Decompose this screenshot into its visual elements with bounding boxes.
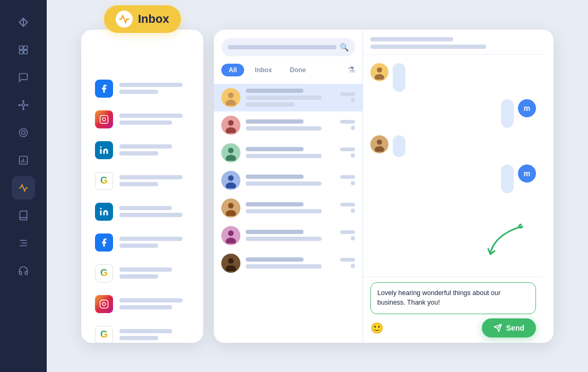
svg-point-46 xyxy=(377,67,382,72)
svg-point-16 xyxy=(20,129,28,137)
channel-lines xyxy=(119,144,189,155)
channel-lines xyxy=(119,175,189,186)
svg-point-43 xyxy=(226,237,236,243)
svg-rect-28 xyxy=(100,210,102,215)
sidebar-item-reports[interactable] xyxy=(12,149,35,172)
linkedin-logo xyxy=(95,141,113,159)
chat-input-text[interactable]: Lovely hearing wonderful things about ou… xyxy=(377,288,529,308)
channel-item-google-2[interactable]: G xyxy=(90,260,195,287)
content-area: Inbox xyxy=(47,0,588,372)
sidebar-item-inbox[interactable] xyxy=(12,176,35,200)
svg-rect-26 xyxy=(100,149,102,153)
svg-rect-3 xyxy=(24,46,28,50)
conversation-item-5[interactable] xyxy=(214,194,362,222)
msg-bubble-2 xyxy=(501,99,514,128)
conversation-item-1[interactable] xyxy=(214,84,362,111)
svg-point-32 xyxy=(228,92,234,98)
conv-info-5 xyxy=(246,202,335,213)
tab-inbox[interactable]: Inbox xyxy=(247,64,279,76)
conv-meta-5 xyxy=(340,203,355,213)
conv-meta-6 xyxy=(340,230,355,240)
channel-lines xyxy=(119,298,189,309)
channel-item-linkedin-2[interactable] xyxy=(90,198,195,225)
svg-rect-4 xyxy=(20,50,23,54)
instagram-logo xyxy=(95,110,113,128)
search-bar[interactable]: 🔍 xyxy=(221,38,355,56)
sidebar-item-support[interactable] xyxy=(12,259,35,282)
svg-rect-30 xyxy=(100,300,108,308)
conv-avatar-2 xyxy=(221,116,240,135)
svg-point-33 xyxy=(226,99,236,105)
chat-input-box[interactable]: Lovely hearing wonderful things about ou… xyxy=(370,282,536,314)
conversation-item-4[interactable] xyxy=(214,167,362,194)
svg-point-45 xyxy=(226,265,236,271)
svg-point-42 xyxy=(228,230,234,236)
filter-icon[interactable]: ⚗ xyxy=(348,65,355,75)
svg-point-44 xyxy=(228,258,234,264)
conv-meta-3 xyxy=(340,148,355,158)
channel-item-facebook-1[interactable] xyxy=(90,75,195,102)
tab-done[interactable]: Done xyxy=(282,64,313,76)
svg-point-29 xyxy=(100,207,102,209)
conv-avatar-6 xyxy=(221,226,240,245)
svg-point-49 xyxy=(375,146,384,152)
channel-item-facebook-2[interactable] xyxy=(90,229,195,256)
sidebar-item-settings[interactable] xyxy=(12,231,35,255)
conv-avatar-7 xyxy=(221,254,240,273)
sidebar-item-navigate[interactable] xyxy=(12,11,35,34)
conversation-item-3[interactable] xyxy=(214,139,362,167)
conv-meta-1 xyxy=(340,92,355,102)
channel-lines xyxy=(119,329,189,340)
conversation-item-2[interactable] xyxy=(214,111,362,139)
channel-lines xyxy=(119,267,189,279)
conv-avatar-3 xyxy=(221,143,240,162)
google-logo: G xyxy=(95,172,113,190)
chat-input-footer: 🙂 Send xyxy=(370,318,536,338)
channel-item-instagram-1[interactable] xyxy=(90,106,195,133)
conv-meta-2 xyxy=(340,120,355,130)
send-button[interactable]: Send xyxy=(482,318,536,338)
conv-info-4 xyxy=(246,175,335,186)
svg-point-27 xyxy=(100,146,102,148)
emoji-picker-button[interactable]: 🙂 xyxy=(370,322,384,334)
facebook-logo xyxy=(95,80,113,98)
svg-rect-2 xyxy=(20,46,23,50)
tab-all[interactable]: All xyxy=(221,64,244,76)
app-container: Inbox xyxy=(0,0,588,372)
chat-panel: m xyxy=(363,30,543,343)
msg-avatar-agent: m xyxy=(518,99,536,117)
svg-rect-24 xyxy=(100,115,108,123)
svg-rect-5 xyxy=(24,50,28,54)
inbox-title: Inbox xyxy=(138,12,169,26)
google-logo-2: G xyxy=(95,264,113,282)
msg-bubble-3 xyxy=(393,135,405,157)
channel-item-google-1[interactable]: G xyxy=(90,168,195,194)
sidebar-item-library[interactable] xyxy=(12,204,35,227)
conv-info-7 xyxy=(246,257,335,269)
conv-info-6 xyxy=(246,230,335,241)
conversation-list xyxy=(214,82,362,343)
channels-panel: G xyxy=(81,30,203,343)
sidebar-item-integrations[interactable] xyxy=(12,121,35,144)
conv-avatar-5 xyxy=(221,198,240,218)
channel-item-instagram-2[interactable] xyxy=(90,291,195,317)
linkedin-logo-2 xyxy=(95,203,113,221)
facebook-logo-2 xyxy=(95,233,113,252)
conversation-item-6[interactable] xyxy=(214,222,362,249)
message-sent-1: m xyxy=(370,99,536,128)
conversation-item-7[interactable] xyxy=(214,249,362,277)
sidebar-item-contacts[interactable] xyxy=(12,93,35,117)
search-area: 🔍 xyxy=(214,30,362,62)
channel-item-linkedin-1[interactable] xyxy=(90,137,195,163)
conv-info-3 xyxy=(246,147,335,158)
conv-meta-4 xyxy=(340,175,355,185)
svg-point-9 xyxy=(19,105,20,106)
sidebar-item-dashboard[interactable] xyxy=(12,38,35,62)
sidebar-item-conversations[interactable] xyxy=(12,66,35,89)
chat-messages: m xyxy=(363,55,543,276)
svg-point-7 xyxy=(23,100,24,102)
channel-lines xyxy=(119,237,189,248)
google-maps-logo: G xyxy=(95,326,113,343)
channel-item-google-maps[interactable]: G xyxy=(90,322,195,343)
conv-avatar-1 xyxy=(221,88,240,107)
